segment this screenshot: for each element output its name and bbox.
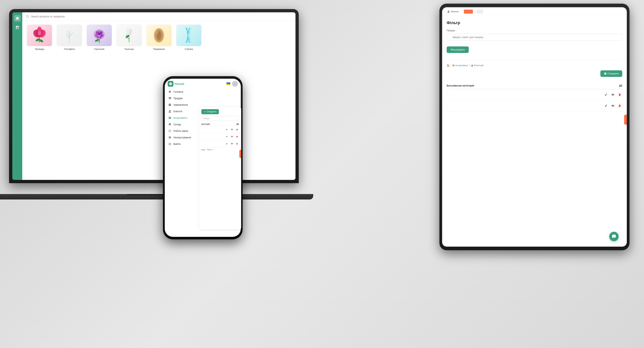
phone-edit-2[interactable]	[225, 134, 229, 138]
phone-overlay-search[interactable]: Пошук...	[201, 116, 239, 121]
svg-rect-43	[453, 65, 453, 65]
pagination-total: Total: 9	[207, 149, 212, 151]
breadcrumb-separator-1: /	[451, 64, 451, 67]
flora-logo-icon	[169, 82, 172, 85]
nav-label-orders: Замовлення	[174, 103, 188, 106]
pagination-page: page	[201, 149, 205, 151]
phone-view-2[interactable]	[230, 134, 234, 138]
product-label-packaging: Пакування	[153, 48, 165, 50]
col-actions: Дії	[619, 84, 622, 87]
laptop-base	[0, 194, 313, 200]
tablet-content: Фільтр Пошук Фільтрувати 🏠 /	[442, 16, 627, 247]
tablet-table-section: Створити	[447, 70, 622, 81]
svg-point-5	[38, 31, 41, 35]
svg-rect-50	[170, 118, 171, 119]
product-card-packaging[interactable]: Пакування	[146, 25, 172, 50]
nav-label-warehouse: Склад	[174, 123, 181, 126]
product-card-ribbon[interactable]: Стрічка	[175, 25, 202, 50]
clients-phone-icon	[168, 110, 171, 113]
phone-flag: 🇺🇦	[226, 82, 230, 86]
filter-search-label: Пошук	[447, 29, 622, 32]
phone-create-button[interactable]: Створити	[201, 109, 219, 114]
product-image-tulip	[116, 25, 142, 46]
orders-icon	[168, 103, 171, 106]
laptop-screen: Search products or categories	[12, 12, 296, 180]
overlay-col-actions: Дії	[236, 123, 239, 125]
nav-item-sale[interactable]: Продаж	[165, 95, 241, 102]
create-category-button[interactable]: Створити	[600, 70, 622, 77]
edit-button-row1[interactable]	[604, 92, 608, 97]
nav-label-shifts: Робочі зміни	[174, 129, 188, 132]
product-card-rose[interactable]: Троянда	[26, 25, 53, 50]
phone-device: Flora24 🇺🇦 Головна Продаж	[163, 76, 242, 239]
sidebar-item-calendar[interactable]	[14, 24, 21, 31]
rose-svg	[31, 26, 48, 44]
breadcrumb-home-icon: 🏠	[447, 64, 450, 67]
breadcrumb-assortment: Асортимент	[452, 64, 468, 67]
product-image-packaging	[146, 25, 172, 46]
phone-overlay-actions-1	[225, 127, 239, 131]
phone-delete-3[interactable]	[235, 142, 239, 146]
search-input[interactable]: Search products or categories	[31, 15, 292, 18]
assortment-phone-icon	[168, 116, 171, 119]
phone-delete-1[interactable]	[235, 127, 239, 131]
nav-item-home[interactable]: Головна	[165, 88, 241, 95]
kasa-tab-orange[interactable]	[464, 10, 473, 14]
product-card-gypsophila[interactable]: Гіпсофіла	[56, 25, 83, 50]
svg-line-12	[67, 31, 69, 35]
svg-point-16	[66, 30, 67, 31]
edit-button-row2[interactable]	[604, 103, 608, 108]
laptop-body: Search products or categories	[9, 9, 299, 183]
nav-label-clients: Клієнти	[174, 110, 182, 113]
phone-topbar: Flora24 🇺🇦	[165, 79, 241, 87]
tablet-screen: Клієнти Фільтр Пошук Фільтрувати	[442, 7, 627, 247]
laptop-device: Search products or categories	[9, 9, 299, 200]
view-button-row2[interactable]	[610, 103, 616, 108]
topbar-other-btn[interactable]	[476, 10, 483, 14]
product-label-ribbon: Стрічка	[185, 48, 193, 50]
row-2-actions	[604, 103, 622, 108]
tablet-chat-button[interactable]	[609, 232, 619, 241]
nav-label-settings: Налаштування	[174, 136, 191, 139]
col-parent-category: Батьківська категорія	[447, 84, 474, 87]
clients-icon	[447, 10, 450, 13]
phone-edit-1[interactable]	[225, 127, 229, 131]
phone-overlay-actions-2	[225, 134, 239, 138]
svg-point-19	[67, 32, 68, 33]
clients-tab-label: Клієнти	[451, 10, 459, 13]
settings-icon	[168, 136, 171, 139]
filter-title: Фільтр	[447, 21, 622, 25]
phone-avatar[interactable]	[232, 81, 238, 87]
delete-button-row2[interactable]	[617, 103, 622, 108]
phone-view-icon-2	[231, 135, 233, 138]
phone-logo: Flora24	[168, 81, 184, 87]
tablet-orange-tab[interactable]	[624, 115, 627, 125]
tablet-search-wrapper	[447, 34, 622, 44]
svg-rect-45	[453, 65, 453, 66]
product-card-hydrangea[interactable]: Гортензія	[86, 25, 113, 50]
create-icon	[604, 72, 606, 75]
delete-button-row1[interactable]	[617, 92, 622, 97]
filter-search-input[interactable]	[447, 34, 622, 41]
phone-view-1[interactable]	[230, 127, 234, 131]
phone-overlay-orange-tab[interactable]	[239, 150, 241, 158]
phone-edit-icon-2	[226, 135, 228, 138]
product-label-tulip: Тюльпан	[124, 48, 134, 50]
phone-view-3[interactable]	[230, 142, 234, 146]
product-card-tulip[interactable]: Тюльпан	[116, 25, 143, 50]
assortment-icon	[452, 64, 454, 67]
product-label-rose: Троянда	[35, 48, 44, 50]
svg-line-13	[69, 35, 72, 36]
filter-apply-button[interactable]: Фільтрувати	[447, 46, 469, 53]
laptop-main-content: Search products or categories	[22, 12, 296, 180]
phone-delete-2[interactable]	[235, 134, 239, 138]
phone-edit-3[interactable]	[225, 142, 229, 146]
view-button-row1[interactable]	[610, 92, 616, 97]
phone-view-icon-1	[231, 128, 233, 131]
laptop-sidebar	[12, 12, 22, 180]
chat-icon	[612, 234, 616, 239]
overlay-col-categories: категорії	[201, 123, 210, 125]
tablet-tab-clients[interactable]: Клієнти	[446, 10, 460, 14]
sidebar-item-home[interactable]	[14, 15, 21, 22]
phone-view-icon-3	[231, 142, 233, 145]
